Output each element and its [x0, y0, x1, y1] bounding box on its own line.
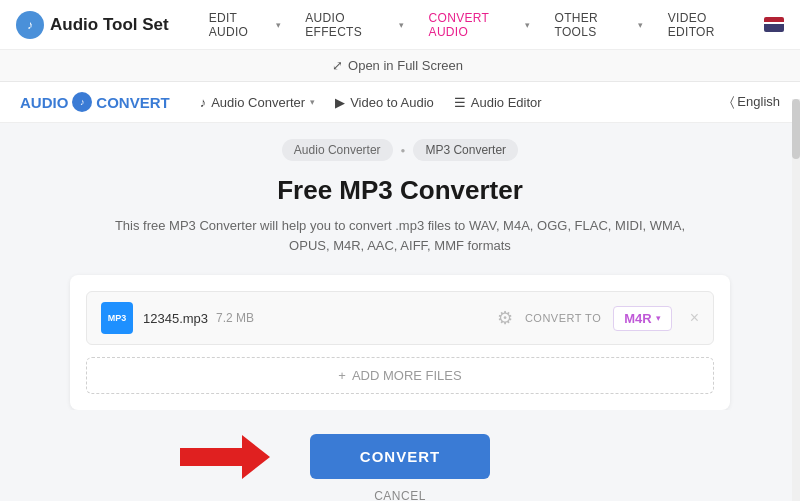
logo-text: Audio Tool Set: [50, 15, 169, 35]
inner-logo-icon: ♪: [72, 92, 92, 112]
logo-icon-symbol: ♪: [27, 18, 33, 32]
language-selector[interactable]: 〈 English: [730, 94, 780, 110]
breadcrumb-separator: ●: [401, 146, 406, 155]
chevron-down-icon: ▾: [656, 313, 661, 323]
format-select[interactable]: M4R ▾: [613, 306, 671, 331]
convert-area: CONVERT CANCEL: [70, 410, 730, 501]
breadcrumb-audio-converter[interactable]: Audio Converter: [282, 139, 393, 161]
breadcrumb: Audio Converter ● MP3 Converter: [20, 139, 780, 161]
music-icon: ♪: [200, 95, 207, 110]
chevron-down-icon: ▾: [399, 20, 404, 30]
inner-navigation: AUDIO ♪ CONVERT ♪ Audio Converter ▾ ▶ Vi…: [0, 82, 800, 123]
video-icon: ▶: [335, 95, 345, 110]
file-area: MP3 12345.mp3 7.2 MB ⚙ CONVERT TO M4R ▾ …: [70, 275, 730, 410]
file-actions: ⚙ CONVERT TO M4R ▾ ×: [497, 306, 699, 331]
file-name: 12345.mp3: [143, 311, 208, 326]
file-type-icon: MP3: [101, 302, 133, 334]
nav-edit-audio[interactable]: EDIT AUDIO ▾: [199, 5, 292, 45]
top-navigation: ♪ Audio Tool Set EDIT AUDIO ▾ AUDIO EFFE…: [0, 0, 800, 50]
convert-button[interactable]: CONVERT: [310, 434, 490, 479]
convert-wrapper: CONVERT: [70, 434, 730, 479]
inner-nav-audio-editor[interactable]: ☰ Audio Editor: [454, 95, 542, 110]
add-more-files-button[interactable]: + ADD MORE FILES: [86, 357, 714, 394]
remove-file-button[interactable]: ×: [690, 309, 699, 327]
red-arrow-icon: [180, 435, 270, 479]
add-files-label: ADD MORE FILES: [352, 368, 462, 383]
inner-logo[interactable]: AUDIO ♪ CONVERT: [20, 92, 170, 112]
fullscreen-icon: ⤢: [332, 58, 343, 73]
main-content: Audio Converter ● MP3 Converter Free MP3…: [0, 123, 800, 501]
editor-icon: ☰: [454, 95, 466, 110]
svg-marker-0: [180, 435, 270, 479]
inner-nav-audio-converter[interactable]: ♪ Audio Converter ▾: [200, 95, 315, 110]
scrollbar-track[interactable]: [792, 99, 800, 501]
inner-logo-text1: AUDIO: [20, 94, 68, 111]
inner-nav-video-to-audio[interactable]: ▶ Video to Audio: [335, 95, 434, 110]
nav-convert-audio[interactable]: CONVERT AUDIO ▾: [419, 5, 541, 45]
inner-logo-text2: CONVERT: [96, 94, 169, 111]
format-value: M4R: [624, 311, 651, 326]
chevron-down-icon: ▾: [310, 97, 315, 107]
breadcrumb-mp3-converter[interactable]: MP3 Converter: [413, 139, 518, 161]
chevron-down-icon: ▾: [525, 20, 530, 30]
language-flag[interactable]: [764, 17, 784, 32]
fullscreen-bar[interactable]: ⤢ Open in Full Screen: [0, 50, 800, 82]
nav-other-tools[interactable]: OTHER TOOLS ▾: [545, 5, 654, 45]
file-size: 7.2 MB: [216, 311, 254, 325]
logo-icon: ♪: [16, 11, 44, 39]
scrollbar-thumb[interactable]: [792, 99, 800, 159]
nav-audio-effects[interactable]: AUDIO EFFECTS ▾: [295, 5, 414, 45]
nav-video-editor[interactable]: VIDEO EDITOR: [658, 5, 760, 45]
convert-to-label: CONVERT TO: [525, 312, 601, 324]
logo[interactable]: ♪ Audio Tool Set: [16, 11, 169, 39]
page-description: This free MP3 Converter will help you to…: [110, 216, 690, 255]
plus-icon: +: [338, 368, 346, 383]
chevron-down-icon: ▾: [276, 20, 281, 30]
page-title: Free MP3 Converter: [20, 175, 780, 206]
settings-icon[interactable]: ⚙: [497, 307, 513, 329]
file-row: MP3 12345.mp3 7.2 MB ⚙ CONVERT TO M4R ▾ …: [86, 291, 714, 345]
cancel-button[interactable]: CANCEL: [374, 489, 426, 501]
fullscreen-label: Open in Full Screen: [348, 58, 463, 73]
nav-items: EDIT AUDIO ▾ AUDIO EFFECTS ▾ CONVERT AUD…: [199, 5, 784, 45]
chevron-down-icon: ▾: [638, 20, 643, 30]
